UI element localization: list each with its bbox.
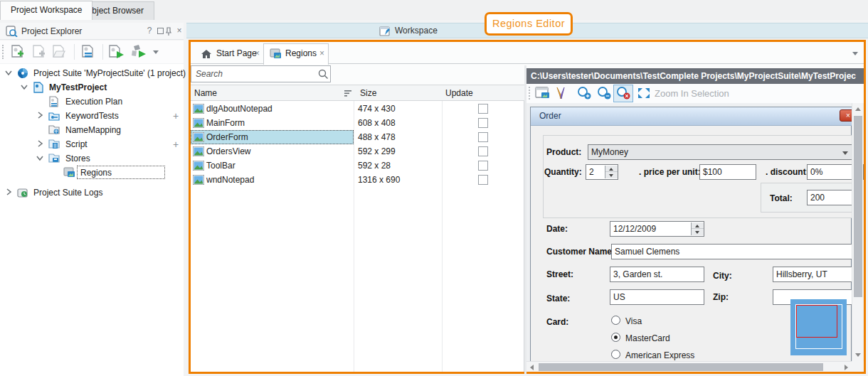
tree-item-project-suite-logs[interactable]: Project Suite Logs xyxy=(0,186,184,200)
close-tab-icon[interactable]: × xyxy=(255,48,260,58)
close-button[interactable]: × xyxy=(174,26,184,36)
update-checkbox[interactable] xyxy=(478,132,488,142)
column-header-update[interactable]: Update xyxy=(445,88,473,98)
run-project-suite-button[interactable] xyxy=(130,44,149,60)
zoom-in-button[interactable] xyxy=(576,86,592,100)
city-value: Hillsberry, UT xyxy=(776,269,827,279)
tree-label: Project Suite Logs xyxy=(33,186,102,200)
tab-label: Start Page xyxy=(216,48,257,58)
update-checkbox[interactable] xyxy=(478,175,488,185)
tree-label: Stores xyxy=(65,151,90,166)
tab-regions[interactable]: Regions × xyxy=(263,43,329,65)
zoom-selection-overlay[interactable] xyxy=(790,299,847,355)
table-row[interactable]: OrdersView 592 x 299 xyxy=(191,144,524,159)
add-project-button[interactable] xyxy=(9,44,26,60)
horizontal-scroll-thumb[interactable] xyxy=(539,363,823,371)
city-label: City: xyxy=(713,271,732,281)
tree-item-project-suite[interactable]: Project Suite 'MyProjectSuite' (1 projec… xyxy=(0,66,184,80)
tree-item-mytestproject[interactable]: MyTestProject xyxy=(0,80,184,95)
image-icon xyxy=(193,175,204,185)
column-header-size[interactable]: Size xyxy=(360,88,376,98)
workspace-icon xyxy=(379,26,391,37)
panel-title: Workspace xyxy=(395,26,438,36)
chevron-down-icon[interactable] xyxy=(21,83,28,90)
chevron-right-icon[interactable] xyxy=(36,112,43,119)
price-field: $100 xyxy=(699,164,756,180)
chevron-right-icon[interactable] xyxy=(5,188,12,195)
tree-item-stores[interactable]: Stores xyxy=(0,151,184,166)
scroll-left-arrow[interactable] xyxy=(530,365,534,370)
toolbar-grip[interactable] xyxy=(529,87,531,100)
customer-name-label: Customer Name: xyxy=(546,247,615,257)
table-row[interactable]: dlgAboutNotepad 474 x 430 xyxy=(191,102,524,116)
vertical-scroll-thumb[interactable] xyxy=(854,116,862,297)
chevron-down-icon[interactable] xyxy=(5,69,12,76)
tree-item-keywordtests[interactable]: KeywordTests + xyxy=(0,109,184,123)
add-child-button[interactable]: + xyxy=(173,109,179,123)
tree-item-script[interactable]: Script + xyxy=(0,137,184,151)
column-header-name[interactable]: Name xyxy=(194,88,217,98)
update-checkbox[interactable] xyxy=(478,118,488,128)
vertical-scrollbar[interactable] xyxy=(852,103,863,361)
toolbar-grip[interactable] xyxy=(2,45,4,59)
add-child-button[interactable]: + xyxy=(173,137,179,151)
zoom-reset-icon[interactable] xyxy=(615,86,631,100)
region-file-path: C:\Users\tester\Documents\TestComplete P… xyxy=(526,68,864,84)
name-mapping-icon xyxy=(48,124,60,135)
image-preview-canvas[interactable]: Order × Product: MyMoney Quantity: 2 . p… xyxy=(526,103,864,372)
close-tab-icon[interactable]: × xyxy=(319,48,324,58)
table-row-selected[interactable]: OrderForm 488 x 478 xyxy=(191,130,524,144)
tree-item-execution-plan[interactable]: Execution Plan xyxy=(0,95,184,109)
tree-item-namemapping[interactable]: NameMapping xyxy=(0,123,184,137)
update-checkbox[interactable] xyxy=(478,146,488,156)
table-row[interactable]: wndNotepad 1316 x 690 xyxy=(191,173,524,187)
maximize-button[interactable] xyxy=(155,26,165,36)
chevron-right-icon[interactable] xyxy=(36,140,43,147)
radio-american-express xyxy=(611,350,620,359)
state-field: US xyxy=(610,289,704,305)
tree-item-regions[interactable]: Regions xyxy=(0,166,184,180)
regions-table: Name Size Update dlgAboutNotepad 474 x 4… xyxy=(191,85,524,372)
open-item-button-disabled[interactable] xyxy=(51,44,68,60)
tab-project-workspace[interactable]: Project Workspace xyxy=(0,1,92,20)
tab-start-page[interactable]: Start Page × xyxy=(194,44,263,64)
pin-button[interactable] xyxy=(165,26,175,36)
region-size: 592 x 28 xyxy=(358,161,391,171)
update-checkbox[interactable] xyxy=(478,161,488,171)
organize-tests-button[interactable] xyxy=(80,44,97,60)
total-value: 200 xyxy=(810,193,825,203)
horizontal-scrollbar[interactable] xyxy=(526,361,852,372)
scroll-down-arrow[interactable] xyxy=(855,353,861,357)
tree-label: Regions xyxy=(80,166,112,180)
tab-label: Regions xyxy=(285,48,317,58)
search-icon[interactable] xyxy=(318,69,329,80)
tab-label: Object Browser xyxy=(85,6,144,16)
path-text: C:\Users\tester\Documents\TestComplete P… xyxy=(531,71,856,81)
table-row[interactable]: MainForm 608 x 408 xyxy=(191,116,524,130)
update-checkbox[interactable] xyxy=(478,104,488,114)
zoom-out-button[interactable] xyxy=(596,86,612,100)
scroll-up-arrow[interactable] xyxy=(855,107,861,111)
edit-pencils-icon[interactable] xyxy=(555,86,568,100)
capture-image-button[interactable] xyxy=(535,87,551,100)
add-item-button-disabled[interactable] xyxy=(31,44,48,60)
search-input[interactable]: Search xyxy=(191,65,331,82)
region-size: 474 x 430 xyxy=(358,104,396,114)
fit-to-window-icon[interactable] xyxy=(637,87,651,100)
image-icon xyxy=(193,132,204,142)
street-label: Street: xyxy=(546,269,573,279)
run-project-button[interactable] xyxy=(107,44,126,60)
zoom-in-selection-label: Zoom In Selection xyxy=(655,88,729,99)
tab-list-dropdown-arrow[interactable] xyxy=(852,52,858,55)
search-placeholder: Search xyxy=(196,69,223,79)
table-row[interactable]: ToolBar 592 x 28 xyxy=(191,159,524,173)
sort-ascending-icon[interactable] xyxy=(344,90,352,97)
selection-red-frame xyxy=(796,305,837,338)
run-dropdown-arrow[interactable] xyxy=(153,50,159,54)
window-tab-strip: Project Workspace Object Browser xyxy=(0,0,868,20)
region-name: MainForm xyxy=(206,118,245,128)
date-value: 12/12/2009 xyxy=(613,224,656,234)
chevron-down-icon[interactable] xyxy=(36,154,43,161)
help-button[interactable]: ? xyxy=(144,26,154,36)
scroll-right-arrow[interactable] xyxy=(845,365,848,370)
